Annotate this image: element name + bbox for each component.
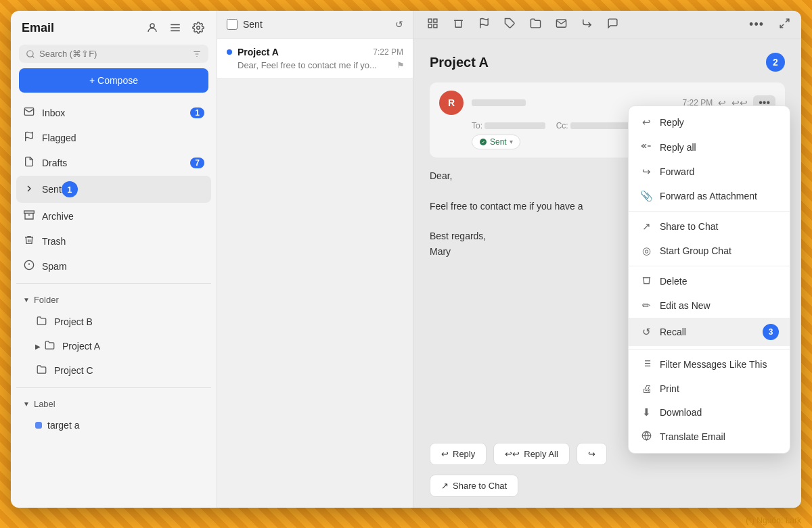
sidebar-item-drafts[interactable]: Drafts 7 [16,151,211,174]
menu-item-share-chat[interactable]: ↗ Share to Chat [629,214,790,239]
sidebar-item-archive[interactable]: Archive [16,204,211,228]
label-icon[interactable] [501,18,518,32]
email-time: 7:22 PM [373,47,403,57]
email-list-item[interactable]: Project A 7:22 PM Dear, Feel free to con… [217,39,413,79]
svg-point-0 [150,24,154,28]
svg-rect-19 [428,24,432,28]
reply-all-btn-label: Reply All [524,449,558,459]
menu-reply-all-label: Reply all [660,142,696,153]
sidebar-item-spam[interactable]: Spam [16,254,211,278]
search-input[interactable] [39,49,188,59]
sidebar-item-project-b[interactable]: Project B [16,310,211,333]
menu-start-group-label: Start Group Chat [660,245,731,256]
menu-reply-all-icon [639,141,653,153]
forward-button[interactable]: ↪ [577,443,607,465]
check-icon [479,138,487,146]
move-icon[interactable] [527,18,543,32]
sidebar-nav: Inbox 1 Flagged Drafts 7 [11,101,217,508]
menu-forward-label: Forward [660,166,694,177]
search-bar[interactable] [19,45,208,63]
sidebar-item-target-a[interactable]: target a [16,414,211,436]
cc-label: Cc: [556,121,568,130]
sidebar-item-project-c[interactable]: Project C [16,359,211,382]
settings-icon[interactable] [191,20,206,35]
menu-reply-icon: ↩ [639,116,653,128]
menu-item-print[interactable]: 🖨 Print [629,377,790,400]
menu-item-start-group[interactable]: ◎ Start Group Chat [629,239,790,263]
sidebar-item-trash[interactable]: Trash [16,229,211,253]
folder-c-icon [35,364,47,377]
project-b-label: Project B [54,316,93,327]
menu-forward-attach-label: Forward as Attachment [660,191,757,201]
email-subject: Project A [430,55,766,70]
menu-item-download[interactable]: ⬇ Download [629,400,790,425]
mark-icon[interactable] [553,18,569,32]
main-container: Email [11,11,801,508]
menu-item-forward[interactable]: ↪ Forward [629,160,790,184]
sidebar-item-inbox[interactable]: Inbox 1 [16,101,211,124]
expand-icon[interactable] [779,18,790,32]
more-toolbar-icon[interactable]: ••• [749,18,764,32]
menu-item-translate[interactable]: Translate Email [629,425,790,449]
menu-item-edit-new[interactable]: ✏ Edit as New [629,293,790,318]
project-a-label: Project A [62,341,100,352]
svg-line-6 [32,55,35,57]
svg-rect-12 [24,211,35,213]
folder-section-header[interactable]: ▼ Folder [16,289,211,310]
email-list-title: Sent [243,19,263,30]
menu-item-reply[interactable]: ↩ Reply [629,110,790,135]
menu-item-filter[interactable]: Filter Messages Like This [629,352,790,377]
trash-icon [23,235,35,247]
menu-download-label: Download [660,407,702,418]
share-chat-label: Share to Chat [453,481,507,491]
menu-item-recall[interactable]: ↺ Recall 3 [629,318,790,346]
view-icon[interactable] [424,18,441,32]
email-content-panel: ••• Project A 2 R [413,11,801,508]
sidebar-header: Email [11,11,217,45]
delete-icon[interactable] [450,18,466,32]
email-preview: Dear, Feel free to contact me if yo... [227,60,403,70]
forward-toolbar-icon[interactable] [579,18,595,32]
project-a-arrow: ▶ [35,343,41,350]
svg-point-4 [197,26,200,30]
menu-item-delete[interactable]: Delete [629,269,790,293]
list-icon[interactable] [168,20,183,35]
label-arrow-icon: ▼ [23,400,30,408]
email-flag-icon[interactable]: ⚑ [397,60,405,70]
menu-item-forward-attach[interactable]: 📎 Forward as Attachment [629,184,790,208]
email-toolbar: ••• [413,11,801,39]
sent-icon [23,183,35,196]
flag-toolbar-icon[interactable] [476,18,492,32]
select-all-checkbox[interactable] [227,19,238,30]
sender-placeholder [472,99,526,106]
reply-all-button[interactable]: ↩↩ Reply All [493,443,570,465]
inbox-badge: 1 [190,107,204,118]
sidebar-item-project-a[interactable]: ▶ Project A [16,335,211,358]
menu-translate-label: Translate Email [660,431,725,442]
label-section-label: Label [34,399,55,409]
share-to-chat-button[interactable]: ↗ Share to Chat [430,475,518,497]
sidebar-item-flagged[interactable]: Flagged [16,126,211,149]
contacts-icon[interactable] [145,20,160,35]
sent-badge[interactable]: Sent ▾ [472,135,520,149]
compose-button[interactable]: + Compose [19,68,208,93]
filter-icon[interactable] [192,49,202,59]
label-section-header[interactable]: ▼ Label [16,393,211,414]
menu-share-chat-icon: ↗ [639,220,653,233]
menu-recall-label: Recall [660,327,686,337]
svg-rect-17 [428,19,432,22]
drafts-label: Drafts [42,158,67,168]
unread-indicator [227,49,232,55]
chat-icon[interactable] [604,18,621,32]
sidebar-item-sent[interactable]: Sent 1 [16,176,211,203]
menu-divider-2 [629,266,790,266]
menu-download-icon: ⬇ [639,406,653,418]
menu-forward-icon: ↪ [639,166,653,178]
menu-print-icon: 🖨 [639,383,653,394]
folder-a-icon [43,340,55,352]
reply-button[interactable]: ↩ Reply [430,443,487,465]
svg-line-23 [786,19,789,22]
menu-item-reply-all[interactable]: Reply all [629,135,790,160]
spam-label: Spam [42,261,67,272]
refresh-icon[interactable]: ↺ [395,19,403,30]
